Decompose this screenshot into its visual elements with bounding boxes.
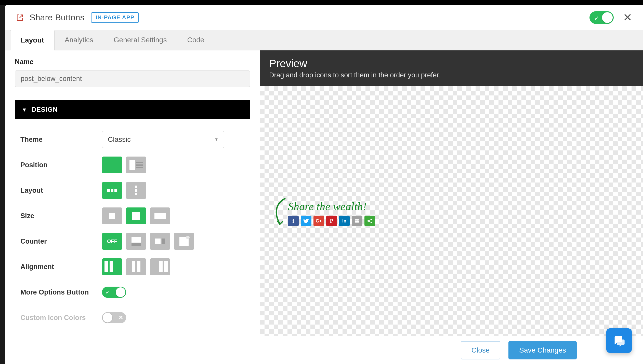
tab-code[interactable]: Code [177, 30, 214, 50]
counter-option-above[interactable] [126, 233, 146, 250]
counter-label: Counter [20, 237, 102, 245]
size-label: Size [20, 212, 102, 220]
position-option-floating[interactable] [126, 157, 146, 173]
preview-subtitle: Drag and drop icons to sort them in the … [269, 71, 634, 79]
counter-option-off[interactable]: OFF [102, 233, 122, 250]
theme-value: Classic [108, 135, 131, 143]
tab-analytics[interactable]: Analytics [55, 30, 103, 50]
share-icon [16, 13, 24, 22]
caret-down-icon: ▼ [214, 137, 218, 142]
position-label: Position [20, 161, 102, 169]
tab-layout[interactable]: Layout [10, 30, 55, 50]
share-icon-more[interactable] [364, 216, 375, 226]
share-icon-twitter[interactable] [301, 216, 311, 226]
preview-pane: Preview Drag and drop icons to sort them… [260, 50, 643, 364]
checkmark-icon: ✓ [106, 289, 110, 295]
name-label: Name [15, 58, 250, 66]
close-button[interactable]: Close [461, 341, 501, 359]
save-button[interactable]: Save Changes [508, 341, 577, 359]
app-modal: Share Buttons IN-PAGE APP ✓ ✕ Layout Ana… [5, 5, 643, 364]
alignment-option-center[interactable] [126, 258, 146, 275]
alignment-option-right[interactable] [150, 258, 170, 275]
share-icon-facebook[interactable]: f [288, 216, 299, 226]
layout-option-vertical[interactable] [126, 182, 146, 199]
section-design-body: Theme Classic ▼ Position [5, 119, 260, 351]
share-icon-linkedin[interactable]: in [339, 216, 350, 226]
counter-option-beside[interactable] [150, 233, 170, 250]
preview-body: Share the wealth! f G+ P in [260, 86, 643, 364]
close-icon[interactable]: ✕ [623, 12, 632, 23]
layout-label: Layout [20, 187, 102, 194]
browser-bar [0, 0, 643, 5]
share-icon-pinterest[interactable]: P [326, 216, 337, 226]
share-icon-googleplus[interactable]: G+ [313, 216, 324, 226]
enable-toggle[interactable]: ✓ [589, 11, 614, 24]
share-widget-preview: Share the wealth! f G+ P in [270, 196, 375, 226]
theme-label: Theme [20, 136, 102, 144]
app-title: Share Buttons [30, 12, 84, 22]
tab-bar: Layout Analytics General Settings Code [5, 30, 643, 50]
chat-fab[interactable] [606, 328, 632, 353]
settings-pane: Name ▾ DESIGN Theme Classic ▼ [5, 50, 260, 364]
x-icon: ✕ [119, 314, 123, 321]
badge-inpage-app: IN-PAGE APP [91, 12, 139, 23]
checkmark-icon: ✓ [594, 15, 599, 22]
more-options-label: More Options Button [20, 288, 102, 296]
section-design-title: DESIGN [32, 106, 58, 114]
tab-general-settings[interactable]: General Settings [103, 30, 177, 50]
theme-select[interactable]: Classic ▼ [102, 131, 224, 148]
alignment-option-left[interactable] [102, 258, 122, 275]
preview-header: Preview Drag and drop icons to sort them… [260, 50, 643, 86]
name-input[interactable] [15, 71, 250, 87]
alignment-label: Alignment [20, 263, 102, 271]
share-icons-row: f G+ P in [288, 216, 375, 226]
position-option-inline[interactable] [102, 157, 122, 173]
section-design-header[interactable]: ▾ DESIGN [15, 100, 250, 119]
size-option-medium[interactable] [126, 207, 146, 224]
share-text: Share the wealth! [288, 200, 375, 213]
custom-icon-colors-label: Custom Icon Colors [20, 314, 102, 322]
app-header: Share Buttons IN-PAGE APP ✓ ✕ [5, 5, 643, 30]
footer: Close Save Changes [260, 336, 643, 364]
size-option-large[interactable] [150, 207, 170, 224]
chevron-down-icon: ▾ [23, 106, 26, 113]
layout-option-horizontal[interactable] [102, 182, 122, 199]
curved-arrow-icon [270, 196, 288, 226]
more-options-toggle[interactable]: ✓ [102, 287, 126, 298]
size-option-small[interactable] [102, 207, 122, 224]
share-icon-email[interactable] [352, 216, 362, 226]
counter-option-corner[interactable] [174, 233, 194, 250]
custom-icon-colors-toggle[interactable]: ✕ [102, 312, 126, 323]
preview-title: Preview [269, 58, 634, 70]
